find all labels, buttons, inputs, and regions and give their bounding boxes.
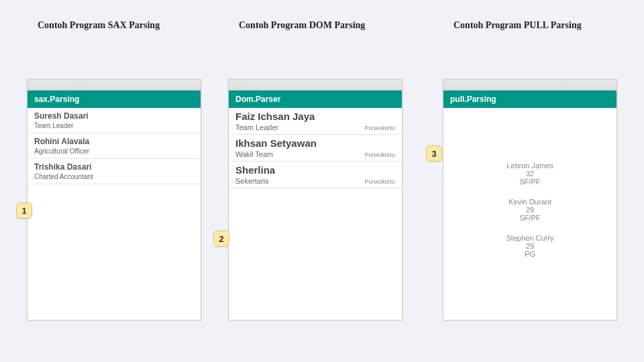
annotation-badge-2: 2	[213, 231, 229, 247]
status-bar	[28, 80, 201, 90]
pull-list: Lebron James 32 SF/PF Kevin Durant 29 SF…	[443, 108, 616, 320]
status-bar	[229, 80, 402, 90]
person-role: Agricultural Officer	[34, 147, 194, 155]
person-name: Suresh Dasari	[34, 111, 194, 121]
person-name: Ikhsan Setyawan	[235, 137, 395, 149]
list-item: Sherlina Sekertaris Purwokerto	[229, 162, 402, 188]
phone-dom: Dom.Parser Faiz Ichsan Jaya Team Leader …	[228, 79, 402, 320]
column-sax: Contoh Program SAX Parsing sax.Parsing S…	[27, 20, 215, 320]
person-name: Sherlina	[235, 164, 395, 176]
player-position: PG	[443, 250, 616, 258]
list-item: Lebron James 32 SF/PF	[443, 162, 616, 186]
dom-list: Faiz Ichsan Jaya Team Leader Purwokerto …	[229, 108, 402, 320]
player-name: Kevin Durant	[443, 198, 616, 206]
title-pull: Contoh Program PULL Parsing	[443, 20, 631, 31]
list-item: Stephen Curry 29 PG	[443, 234, 616, 258]
list-item: Trishika Dasari Charted Accountant	[28, 159, 201, 184]
person-role: Wakil Team	[235, 150, 273, 158]
list-item: Suresh Dasari Team Leader	[28, 108, 201, 133]
title-sax: Contoh Program SAX Parsing	[27, 20, 215, 31]
person-name: Rohini Alavala	[34, 137, 194, 146]
column-dom: Contoh Program DOM Parsing Dom.Parser Fa…	[228, 20, 416, 320]
player-age: 29	[443, 206, 616, 214]
person-name: Faiz Ichsan Jaya	[235, 111, 395, 122]
person-role: Sekertaris	[235, 177, 269, 185]
player-name: Stephen Curry	[443, 234, 616, 242]
phone-pull: pull.Parsing Lebron James 32 SF/PF Kevin…	[443, 79, 617, 320]
player-position: SF/PF	[443, 214, 616, 222]
sax-list: Suresh Dasari Team Leader Rohini Alavala…	[28, 108, 201, 320]
list-item: Kevin Durant 29 SF/PF	[443, 198, 616, 222]
player-age: 29	[443, 242, 616, 250]
person-role: Charted Accountant	[34, 173, 194, 180]
annotation-badge-1: 1	[16, 202, 32, 219]
list-item: Ikhsan Setyawan Wakil Team Purwokerto	[229, 135, 402, 162]
person-name: Trishika Dasari	[34, 162, 194, 172]
column-pull: Contoh Program PULL Parsing pull.Parsing…	[443, 20, 631, 320]
person-role: Team Leader	[34, 122, 194, 129]
person-role: Team Leader	[235, 123, 278, 131]
status-bar	[443, 80, 616, 90]
title-dom: Contoh Program DOM Parsing	[228, 20, 416, 31]
player-position: SF/PF	[443, 178, 616, 186]
annotation-badge-3: 3	[426, 145, 442, 162]
player-name: Lebron James	[443, 162, 616, 170]
list-item: Rohini Alavala Agricultural Officer	[28, 133, 201, 159]
app-bar-sax: sax.Parsing	[28, 90, 201, 108]
phone-sax: sax.Parsing Suresh Dasari Team Leader Ro…	[27, 79, 201, 320]
person-location: Purwokerto	[364, 125, 395, 131]
app-bar-pull: pull.Parsing	[443, 90, 616, 108]
list-item: Faiz Ichsan Jaya Team Leader Purwokerto	[229, 108, 402, 135]
player-age: 32	[443, 170, 616, 178]
person-location: Purwokerto	[364, 178, 395, 185]
app-bar-dom: Dom.Parser	[229, 90, 402, 108]
person-location: Purwokerto	[364, 152, 395, 158]
